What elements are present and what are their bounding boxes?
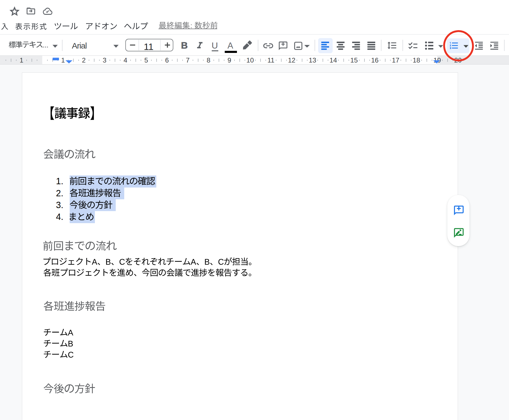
svg-text:1: 1 bbox=[61, 56, 65, 64]
svg-text:9: 9 bbox=[227, 56, 231, 64]
svg-text:2: 2 bbox=[82, 56, 86, 64]
svg-text:17: 17 bbox=[392, 56, 399, 64]
svg-text:B: B bbox=[181, 40, 188, 50]
svg-text:16: 16 bbox=[371, 56, 378, 64]
svg-text:4.: 4. bbox=[56, 212, 63, 222]
svg-text:7: 7 bbox=[186, 56, 190, 64]
svg-text:3: 3 bbox=[103, 56, 107, 64]
svg-text:4: 4 bbox=[123, 56, 127, 64]
svg-text:2.: 2. bbox=[56, 188, 63, 198]
svg-text:18: 18 bbox=[413, 56, 420, 64]
svg-text:11: 11 bbox=[144, 41, 153, 52]
svg-text:8: 8 bbox=[207, 56, 211, 64]
svg-text:6: 6 bbox=[165, 56, 169, 64]
svg-text:15: 15 bbox=[350, 56, 358, 64]
svg-text:Arial: Arial bbox=[72, 41, 87, 50]
svg-text:A: A bbox=[228, 41, 233, 50]
svg-text:10: 10 bbox=[246, 56, 254, 64]
svg-text:12: 12 bbox=[288, 56, 295, 64]
svg-text:1.: 1. bbox=[56, 176, 63, 186]
svg-text:5: 5 bbox=[144, 56, 148, 64]
svg-text:11: 11 bbox=[267, 56, 274, 64]
svg-text:3.: 3. bbox=[56, 200, 63, 210]
svg-text:U: U bbox=[212, 41, 218, 50]
svg-text:1: 1 bbox=[19, 56, 23, 64]
svg-text:14: 14 bbox=[330, 56, 337, 64]
svg-text:13: 13 bbox=[309, 56, 316, 64]
